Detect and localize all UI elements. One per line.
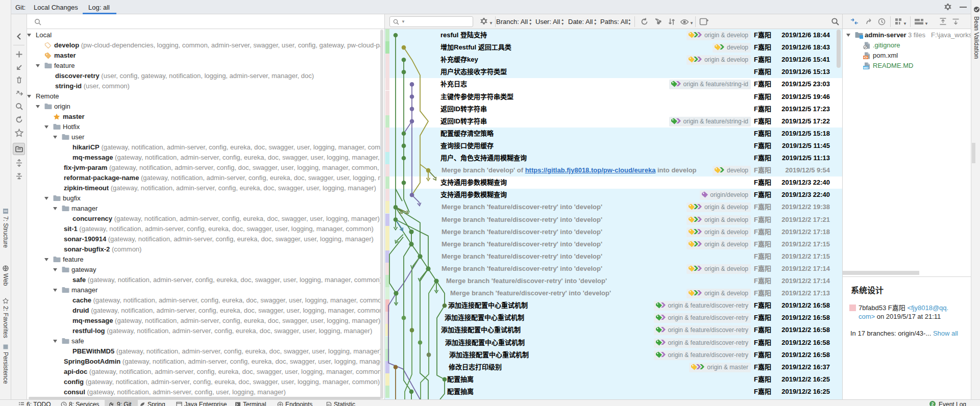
svg-text:<>: <> xyxy=(864,56,868,59)
svg-text:MD: MD xyxy=(864,66,869,69)
